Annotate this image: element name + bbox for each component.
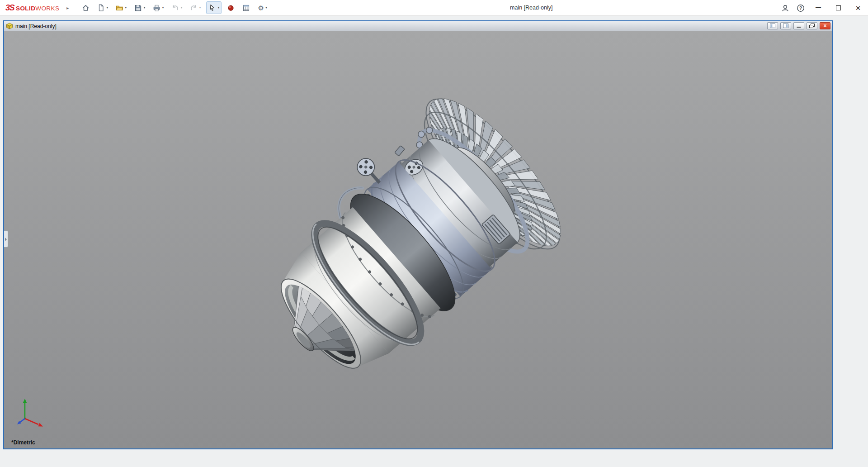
x-axis-red [25, 419, 38, 424]
assembly-cube-icon [6, 23, 13, 29]
doc-restore-button[interactable] [807, 22, 817, 29]
document-title-bar[interactable]: main [Read-only] × [4, 21, 832, 31]
quick-access-toolbar: ▾ ▾ ▾ ▾ ▾ ▾ ▾ [80, 1, 269, 14]
maximize-button[interactable] [828, 0, 848, 16]
print-caret-icon[interactable]: ▾ [162, 6, 164, 10]
maximize-icon [836, 5, 841, 10]
cascade-windows-icon [770, 24, 775, 28]
redo-caret-icon[interactable]: ▾ [199, 6, 201, 10]
doc-close-button[interactable]: × [820, 22, 830, 29]
doc-minimize-icon [797, 24, 801, 28]
solidworks-logo-mark: 3S [5, 3, 14, 13]
open-button[interactable]: ▾ [113, 1, 129, 14]
solidworks-logo-text-light: WORKS [35, 5, 59, 12]
print-button[interactable]: ▾ [151, 1, 166, 14]
select-tool-button[interactable]: ▾ [206, 1, 222, 14]
viewport-3d-canvas[interactable] [4, 31, 832, 448]
settings-caret-icon[interactable]: ▾ [265, 6, 267, 10]
redo-button[interactable]: ▾ [188, 1, 203, 14]
spreadsheet-icon [242, 4, 250, 12]
spreadsheet-button[interactable] [240, 1, 252, 14]
red-sphere-icon [227, 4, 235, 12]
svg-text:?: ? [799, 5, 802, 10]
select-arrow-icon [208, 4, 216, 12]
document-window: main [Read-only] × [3, 20, 833, 449]
print-icon [153, 4, 160, 12]
home-button[interactable] [80, 1, 92, 14]
document-title: main [Read-only] [15, 23, 57, 29]
undo-button[interactable]: ▾ [169, 1, 184, 14]
undo-icon [171, 4, 179, 12]
tile-windows-icon [783, 24, 788, 28]
doc-close-icon: × [823, 23, 826, 29]
app-document-title: main [Read-only] [510, 0, 553, 16]
save-icon [134, 4, 142, 12]
red-sphere-button[interactable] [225, 1, 237, 14]
settings-button[interactable]: ⚙ ▾ [255, 1, 269, 14]
view-orientation-label: *Dimetric [11, 439, 35, 446]
cascade-windows-button[interactable] [767, 22, 778, 29]
top-fitting [395, 146, 405, 156]
new-document-button[interactable]: ▾ [95, 1, 110, 14]
graphics-viewport[interactable]: *Dimetric [4, 31, 832, 448]
select-tool-caret-icon[interactable]: ▾ [217, 6, 219, 10]
close-icon: × [855, 3, 860, 13]
z-axis-blue [19, 419, 25, 423]
solidworks-logo-text-bold: SOLID [16, 5, 35, 12]
open-folder-icon [116, 4, 123, 12]
tile-windows-button[interactable] [780, 22, 791, 29]
save-button[interactable]: ▾ [132, 1, 147, 14]
orientation-triad[interactable] [17, 399, 43, 426]
minimize-button[interactable]: — [808, 0, 828, 16]
undo-caret-icon[interactable]: ▾ [180, 6, 182, 10]
help-button[interactable]: ? [793, 0, 808, 16]
redo-icon [190, 4, 198, 12]
minimize-icon: — [816, 4, 821, 10]
toolbar-flyout-chevron-icon[interactable]: ▸ [66, 5, 69, 10]
doc-minimize-button[interactable] [793, 22, 804, 29]
jet-engine-model[interactable] [236, 79, 580, 415]
home-icon [82, 4, 90, 12]
open-caret-icon[interactable]: ▾ [125, 6, 127, 10]
new-document-icon [97, 4, 105, 12]
doc-restore-icon [809, 24, 815, 28]
solidworks-logo: 3S SOLID WORKS [5, 3, 59, 13]
account-button[interactable] [778, 0, 793, 16]
app-window-controls: ? — × [778, 0, 868, 16]
app-title-bar: 3S SOLID WORKS ▸ ▾ ▾ ▾ ▾ ▾ ▾ [0, 0, 868, 16]
save-caret-icon[interactable]: ▾ [143, 6, 145, 10]
document-window-controls: × [767, 22, 830, 29]
help-icon: ? [797, 4, 805, 12]
close-button[interactable]: × [848, 0, 868, 16]
featuremanager-collapsed-tab[interactable] [4, 230, 8, 248]
new-document-caret-icon[interactable]: ▾ [106, 6, 108, 10]
account-icon [781, 4, 789, 12]
settings-gear-icon: ⚙ [258, 5, 264, 11]
